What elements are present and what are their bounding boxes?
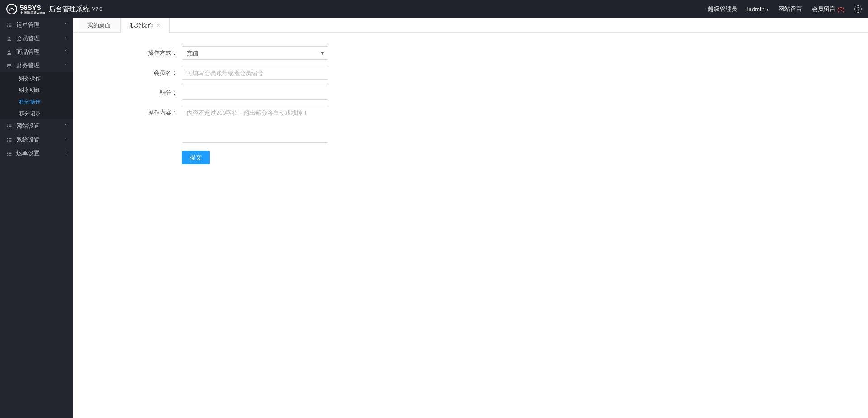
list-icon [6,137,13,143]
header-right: 超级管理员 iadmin ▾ 网站留言 会员留言 (5) ? [708,5,862,13]
op-mode-select-wrap: 充值 [182,46,328,60]
svg-rect-24 [9,153,12,154]
svg-rect-10 [9,124,12,125]
member-messages-count: (5) [837,6,844,13]
svg-rect-25 [7,155,8,156]
sidebar-group-3[interactable]: 财务管理˄ [0,59,73,72]
svg-rect-21 [7,152,8,152]
chevron-down-icon: ˅ [65,50,67,55]
sidebar-group-0[interactable]: 运单管理˅ [0,18,73,32]
sidebar: 运单管理˅会员管理˅商品管理˅财务管理˄财务操作财务明细积分操作积分记录网站设置… [0,18,73,418]
app-header: 56SYS 全国物流通.com 后台管理系统 V7.0 超级管理员 iadmin… [0,0,868,18]
list-icon [6,124,13,129]
logo: 56SYS 全国物流通.com [6,4,45,14]
sidebar-group-label: 网站设置 [16,122,40,130]
logo-mark-icon [6,4,17,14]
member-label: 会员名： [91,66,182,77]
op-mode-label: 操作方式： [91,46,182,57]
sidebar-group-label: 会员管理 [16,34,40,43]
op-mode-select[interactable]: 充值 [182,46,328,60]
svg-rect-17 [7,139,8,140]
member-input[interactable] [182,66,328,80]
role-label: 超级管理员 [708,5,737,13]
tab-1[interactable]: 积分操作× [120,18,170,32]
app-version: V7.0 [92,6,103,12]
tab-0[interactable]: 我的桌面 [78,18,120,32]
tab-label: 我的桌面 [87,21,111,29]
page-content: 操作方式： 充值 会员名： 积分： [73,33,868,418]
points-input[interactable] [182,86,328,100]
svg-rect-14 [9,128,12,128]
svg-rect-12 [9,126,12,127]
app-title: 后台管理系统 [49,5,90,14]
chevron-down-icon: ˅ [65,36,67,41]
list-icon [6,22,13,28]
sidebar-sub-3-2[interactable]: 积分操作 [0,96,73,108]
svg-rect-15 [7,138,8,139]
points-label: 积分： [91,86,182,97]
svg-point-6 [8,37,10,38]
user-icon [6,49,13,55]
submit-button[interactable]: 提交 [182,151,210,164]
svg-rect-4 [7,26,8,27]
sidebar-sub-3-1[interactable]: 财务明细 [0,84,73,96]
brand-name: 56SYS [20,4,45,11]
sidebar-group-label: 商品管理 [16,48,40,56]
sidebar-sub-3-0[interactable]: 财务操作 [0,72,73,84]
svg-rect-3 [9,24,12,25]
svg-rect-0 [7,23,8,24]
svg-rect-5 [9,26,12,27]
chevron-down-icon: ˅ [65,124,67,129]
sidebar-group-2[interactable]: 商品管理˅ [0,45,73,59]
svg-rect-18 [9,139,12,140]
user-menu[interactable]: iadmin ▾ [747,6,769,13]
help-icon: ? [854,5,862,13]
chevron-up-icon: ˄ [65,63,67,68]
svg-rect-11 [7,126,8,127]
svg-rect-22 [9,152,12,152]
member-messages-link[interactable]: 会员留言 (5) [812,5,844,13]
svg-rect-26 [9,155,12,156]
coins-icon [6,63,13,69]
sidebar-group-4[interactable]: 网站设置˅ [0,119,73,133]
chevron-down-icon: ˅ [65,151,67,156]
tab-label: 积分操作 [130,21,153,29]
svg-point-7 [8,50,10,52]
sidebar-group-label: 运单设置 [16,149,40,157]
member-messages-label: 会员留言 [812,5,835,13]
content-textarea[interactable] [182,106,328,143]
svg-rect-2 [7,24,8,25]
svg-rect-16 [9,138,12,139]
sidebar-group-label: 财务管理 [16,62,40,70]
help-button[interactable]: ? [854,5,862,13]
svg-rect-20 [9,141,12,142]
svg-rect-9 [7,124,8,125]
svg-rect-23 [7,153,8,154]
sidebar-group-6[interactable]: 运单设置˅ [0,147,73,160]
sidebar-group-label: 运单管理 [16,21,40,29]
svg-rect-1 [9,23,12,24]
content-label: 操作内容： [91,106,182,117]
user-icon [6,36,13,42]
logo-text: 56SYS 全国物流通.com [20,4,45,14]
username: iadmin [747,6,764,13]
sidebar-group-label: 系统设置 [16,136,40,144]
chevron-down-icon: ˅ [65,138,67,142]
list-icon [6,151,13,157]
sidebar-group-5[interactable]: 系统设置˅ [0,133,73,147]
chevron-down-icon: ▾ [766,7,769,12]
site-messages-link[interactable]: 网站留言 [778,5,802,13]
sidebar-group-1[interactable]: 会员管理˅ [0,32,73,45]
chevron-down-icon: ˅ [65,23,67,28]
sidebar-sub-3-3[interactable]: 积分记录 [0,108,73,119]
svg-rect-13 [7,128,8,128]
svg-rect-19 [7,141,8,142]
close-icon[interactable]: × [157,22,160,28]
tab-bar: 我的桌面积分操作× [73,18,868,33]
main-area: 我的桌面积分操作× 操作方式： 充值 会员名： [73,18,868,418]
brand-sub: 全国物流通.com [20,11,45,14]
